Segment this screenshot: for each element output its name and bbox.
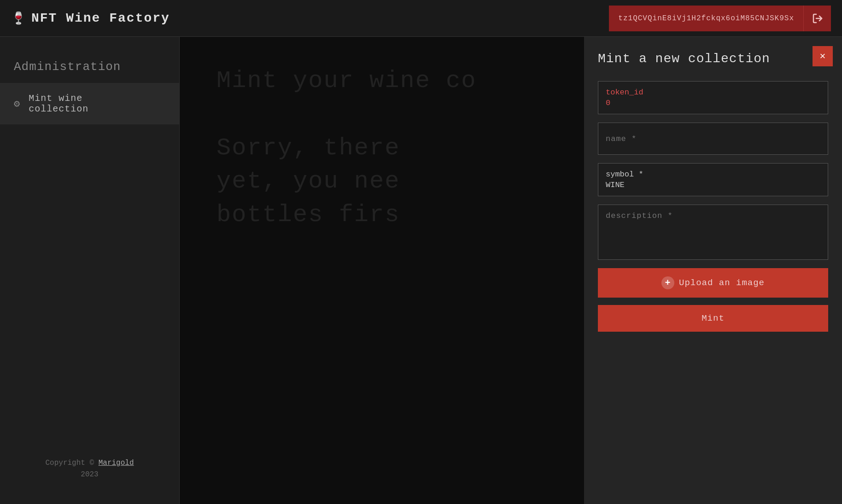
main-layout: Administration ⚙ Mint winecollection Cop… [0, 37, 842, 504]
sidebar-title: Administration [0, 51, 179, 83]
symbol-field-box: symbol * WINE [598, 163, 828, 196]
modal-panel: Mint a new collection × token_id 0 symbo… [584, 37, 842, 504]
logo-text: NFT Wine Factory [31, 11, 170, 25]
plus-circle-icon: + [661, 276, 674, 289]
main-content: Mint your wine co Sorry, there yet, you … [180, 37, 842, 504]
sidebar-top: Administration ⚙ Mint winecollection [0, 51, 179, 124]
token-id-label: token_id [606, 88, 820, 97]
footer-copyright: Copyright © [45, 459, 94, 467]
sidebar-item-label: Mint winecollection [29, 93, 88, 114]
header-right: tz1QCVQinE8iVj1H2fckqx6oiM85CNJSK9Sx [609, 6, 831, 31]
description-input[interactable] [598, 205, 828, 260]
mint-button[interactable]: Mint [598, 305, 828, 332]
token-id-value: 0 [606, 99, 820, 107]
sidebar-footer: Copyright © Marigold 2023 [0, 448, 179, 490]
logout-button[interactable] [803, 6, 831, 31]
wallet-address: tz1QCVQinE8iVj1H2fckqx6oiM85CNJSK9Sx [609, 6, 803, 31]
token-id-field: token_id 0 [598, 81, 828, 114]
name-field-container [598, 123, 828, 155]
logo: 🍷 NFT Wine Factory [11, 11, 170, 26]
footer-link[interactable]: Marigold [99, 459, 134, 467]
gear-icon: ⚙ [14, 98, 20, 110]
modal-header: Mint a new collection × [598, 51, 828, 67]
wine-icon: 🍷 [11, 11, 27, 26]
header: 🍷 NFT Wine Factory tz1QCVQinE8iVj1H2fckq… [0, 0, 842, 37]
sidebar-item-mint[interactable]: ⚙ Mint winecollection [0, 83, 179, 124]
modal-close-button[interactable]: × [813, 46, 833, 66]
symbol-field-container: symbol * WINE [598, 163, 828, 196]
description-field-container [598, 205, 828, 260]
symbol-label: symbol * [606, 170, 820, 179]
sidebar: Administration ⚙ Mint winecollection Cop… [0, 37, 180, 504]
footer-year: 2023 [81, 470, 98, 479]
modal-title: Mint a new collection [598, 51, 770, 67]
name-input[interactable] [598, 123, 828, 155]
symbol-value: WINE [606, 181, 625, 189]
upload-image-button[interactable]: + Upload an image [598, 268, 828, 298]
upload-label: Upload an image [679, 278, 765, 288]
